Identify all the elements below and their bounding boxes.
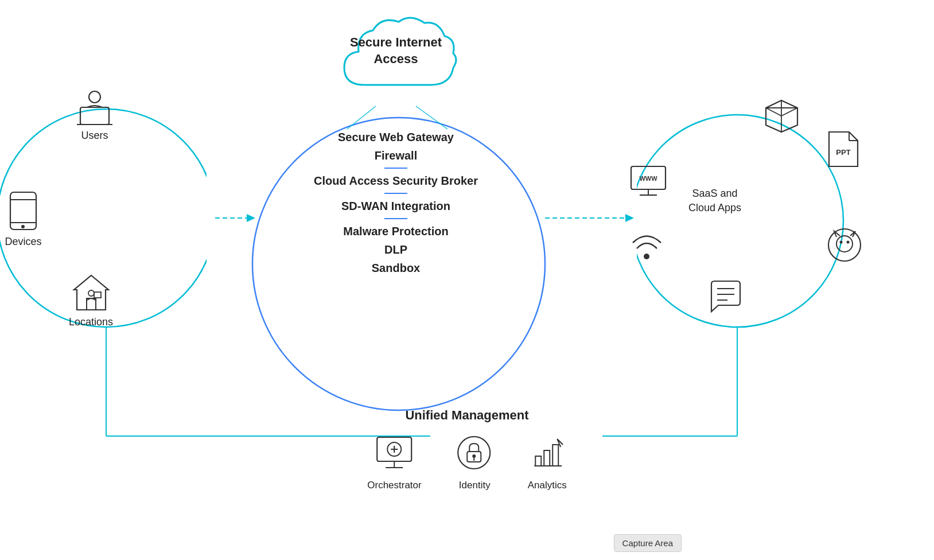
svg-rect-24 [94, 292, 101, 298]
svg-rect-57 [535, 456, 541, 466]
svg-line-30 [781, 108, 797, 116]
center-labels: Secure Web Gateway Firewall Cloud Access… [247, 126, 545, 279]
locations-label: Locations [69, 316, 113, 328]
capture-area-tooltip: Capture Area [614, 534, 682, 552]
devices-label: Devices [5, 236, 41, 248]
svg-point-15 [89, 91, 100, 103]
divider3 [384, 218, 407, 219]
svg-rect-4 [637, 0, 934, 459]
analytics-label: Analytics [528, 480, 567, 491]
svg-point-54 [473, 454, 476, 458]
cloud-label-line1: Secure Internet [350, 35, 442, 49]
users-label: Users [81, 130, 108, 142]
unified-management-label: Unified Management [367, 408, 567, 423]
svg-line-29 [766, 108, 781, 116]
svg-line-9 [347, 106, 376, 129]
service-sdwan: SD-WAN Integration [247, 199, 545, 213]
service-dlp: DLP [247, 242, 545, 257]
svg-text:PPT: PPT [836, 148, 850, 157]
users-icon-group: Users [75, 89, 115, 142]
svg-point-25 [88, 290, 94, 296]
orchestrator-label: Orchestrator [367, 480, 421, 491]
saas-line2: Cloud Apps [688, 202, 741, 213]
svg-text:WWW: WWW [639, 175, 657, 182]
svg-rect-58 [544, 450, 550, 466]
svg-rect-59 [552, 445, 558, 466]
service-swg: Secure Web Gateway [247, 130, 545, 145]
svg-point-39 [828, 229, 861, 261]
service-casb: Cloud Access Security Broker [247, 173, 545, 188]
divider2 [384, 193, 407, 194]
svg-point-41 [840, 241, 843, 244]
service-firewall: Firewall [247, 148, 545, 163]
identity-item: Identity [456, 434, 493, 491]
chat-icon-group [706, 278, 743, 316]
svg-line-10 [416, 106, 447, 129]
service-malware: Malware Protection [247, 224, 545, 239]
cloud-label-line2: Access [373, 52, 418, 66]
box-icon-group [763, 98, 800, 135]
svg-point-42 [847, 241, 850, 244]
svg-rect-18 [10, 192, 36, 230]
svg-point-52 [458, 437, 491, 469]
saas-line1: SaaS and [692, 188, 738, 199]
ppt-icon-group: PPT [826, 129, 861, 169]
svg-marker-8 [625, 214, 634, 222]
identity-label: Identity [459, 480, 491, 491]
github-icon-group [826, 227, 863, 264]
divider1 [384, 168, 407, 169]
svg-point-38 [644, 254, 649, 259]
www-icon-group: WWW [628, 164, 668, 198]
analytics-item: Analytics [528, 434, 567, 491]
svg-point-21 [21, 225, 25, 228]
unified-management-section: Unified Management Orchestrator [367, 408, 567, 491]
svg-point-40 [836, 236, 853, 252]
diagram-container: Secure Internet Access Secure Web Gatewa… [0, 0, 934, 560]
service-sandbox: Sandbox [247, 260, 545, 275]
signal-icon-group [628, 227, 666, 264]
devices-icon-group: Devices [5, 189, 42, 248]
locations-icon-group: Locations [69, 273, 113, 328]
saas-label: SaaS and Cloud Apps [688, 186, 741, 215]
orchestrator-item: Orchestrator [367, 434, 421, 491]
svg-marker-22 [74, 275, 108, 310]
bottom-icons-row: Orchestrator Identity [367, 434, 567, 491]
cloud-label: Secure Internet Access [333, 34, 459, 67]
svg-rect-16 [80, 107, 109, 125]
